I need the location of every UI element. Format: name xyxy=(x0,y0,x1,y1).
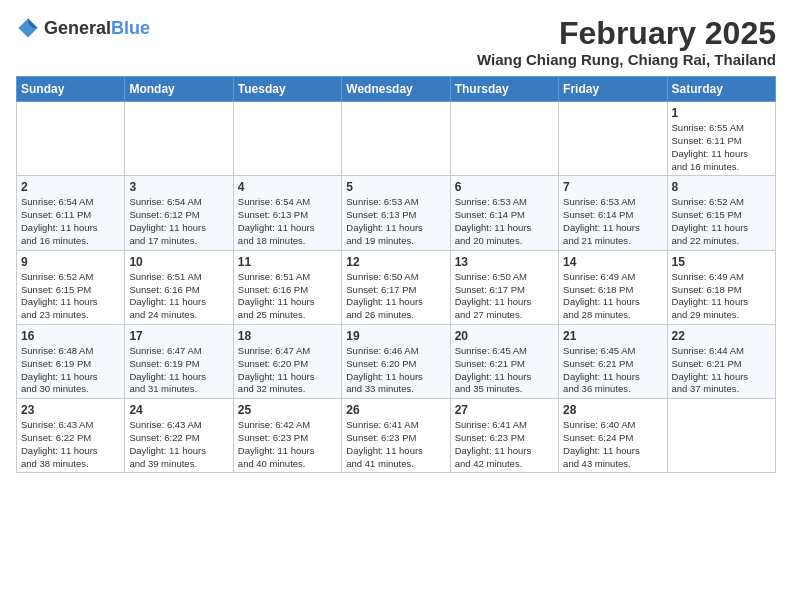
day-info: Sunrise: 6:41 AM Sunset: 6:23 PM Dayligh… xyxy=(346,419,445,470)
day-number: 20 xyxy=(455,329,554,343)
calendar-cell: 2Sunrise: 6:54 AM Sunset: 6:11 PM Daylig… xyxy=(17,176,125,250)
day-number: 7 xyxy=(563,180,662,194)
page-header: GeneralBlue February 2025 Wiang Chiang R… xyxy=(16,16,776,68)
calendar-cell xyxy=(559,102,667,176)
calendar-cell: 11Sunrise: 6:51 AM Sunset: 6:16 PM Dayli… xyxy=(233,250,341,324)
calendar-cell: 9Sunrise: 6:52 AM Sunset: 6:15 PM Daylig… xyxy=(17,250,125,324)
calendar-week-row: 16Sunrise: 6:48 AM Sunset: 6:19 PM Dayli… xyxy=(17,324,776,398)
day-number: 22 xyxy=(672,329,771,343)
day-number: 19 xyxy=(346,329,445,343)
day-number: 10 xyxy=(129,255,228,269)
calendar-cell: 14Sunrise: 6:49 AM Sunset: 6:18 PM Dayli… xyxy=(559,250,667,324)
day-info: Sunrise: 6:46 AM Sunset: 6:20 PM Dayligh… xyxy=(346,345,445,396)
calendar-cell: 15Sunrise: 6:49 AM Sunset: 6:18 PM Dayli… xyxy=(667,250,775,324)
col-tuesday: Tuesday xyxy=(233,77,341,102)
calendar-cell: 25Sunrise: 6:42 AM Sunset: 6:23 PM Dayli… xyxy=(233,399,341,473)
day-number: 11 xyxy=(238,255,337,269)
col-monday: Monday xyxy=(125,77,233,102)
day-info: Sunrise: 6:53 AM Sunset: 6:14 PM Dayligh… xyxy=(563,196,662,247)
calendar-header-row: Sunday Monday Tuesday Wednesday Thursday… xyxy=(17,77,776,102)
day-info: Sunrise: 6:50 AM Sunset: 6:17 PM Dayligh… xyxy=(346,271,445,322)
calendar-cell: 4Sunrise: 6:54 AM Sunset: 6:13 PM Daylig… xyxy=(233,176,341,250)
day-number: 12 xyxy=(346,255,445,269)
day-info: Sunrise: 6:47 AM Sunset: 6:19 PM Dayligh… xyxy=(129,345,228,396)
day-number: 25 xyxy=(238,403,337,417)
day-number: 28 xyxy=(563,403,662,417)
calendar-cell: 27Sunrise: 6:41 AM Sunset: 6:23 PM Dayli… xyxy=(450,399,558,473)
location-title: Wiang Chiang Rung, Chiang Rai, Thailand xyxy=(477,51,776,68)
calendar-cell: 6Sunrise: 6:53 AM Sunset: 6:14 PM Daylig… xyxy=(450,176,558,250)
calendar-week-row: 23Sunrise: 6:43 AM Sunset: 6:22 PM Dayli… xyxy=(17,399,776,473)
day-number: 6 xyxy=(455,180,554,194)
day-info: Sunrise: 6:44 AM Sunset: 6:21 PM Dayligh… xyxy=(672,345,771,396)
calendar-cell: 21Sunrise: 6:45 AM Sunset: 6:21 PM Dayli… xyxy=(559,324,667,398)
calendar-cell: 12Sunrise: 6:50 AM Sunset: 6:17 PM Dayli… xyxy=(342,250,450,324)
calendar-cell xyxy=(342,102,450,176)
day-number: 16 xyxy=(21,329,120,343)
calendar-week-row: 9Sunrise: 6:52 AM Sunset: 6:15 PM Daylig… xyxy=(17,250,776,324)
day-number: 13 xyxy=(455,255,554,269)
calendar-cell: 1Sunrise: 6:55 AM Sunset: 6:11 PM Daylig… xyxy=(667,102,775,176)
day-info: Sunrise: 6:49 AM Sunset: 6:18 PM Dayligh… xyxy=(563,271,662,322)
day-info: Sunrise: 6:40 AM Sunset: 6:24 PM Dayligh… xyxy=(563,419,662,470)
calendar-cell: 17Sunrise: 6:47 AM Sunset: 6:19 PM Dayli… xyxy=(125,324,233,398)
calendar-cell: 10Sunrise: 6:51 AM Sunset: 6:16 PM Dayli… xyxy=(125,250,233,324)
calendar-cell: 16Sunrise: 6:48 AM Sunset: 6:19 PM Dayli… xyxy=(17,324,125,398)
calendar-cell: 8Sunrise: 6:52 AM Sunset: 6:15 PM Daylig… xyxy=(667,176,775,250)
day-number: 2 xyxy=(21,180,120,194)
calendar-week-row: 2Sunrise: 6:54 AM Sunset: 6:11 PM Daylig… xyxy=(17,176,776,250)
day-info: Sunrise: 6:51 AM Sunset: 6:16 PM Dayligh… xyxy=(238,271,337,322)
calendar-cell: 3Sunrise: 6:54 AM Sunset: 6:12 PM Daylig… xyxy=(125,176,233,250)
calendar-cell xyxy=(667,399,775,473)
day-info: Sunrise: 6:52 AM Sunset: 6:15 PM Dayligh… xyxy=(21,271,120,322)
calendar-cell: 24Sunrise: 6:43 AM Sunset: 6:22 PM Dayli… xyxy=(125,399,233,473)
calendar-cell xyxy=(450,102,558,176)
calendar-cell: 7Sunrise: 6:53 AM Sunset: 6:14 PM Daylig… xyxy=(559,176,667,250)
col-friday: Friday xyxy=(559,77,667,102)
day-info: Sunrise: 6:54 AM Sunset: 6:11 PM Dayligh… xyxy=(21,196,120,247)
calendar-week-row: 1Sunrise: 6:55 AM Sunset: 6:11 PM Daylig… xyxy=(17,102,776,176)
day-info: Sunrise: 6:45 AM Sunset: 6:21 PM Dayligh… xyxy=(455,345,554,396)
day-info: Sunrise: 6:51 AM Sunset: 6:16 PM Dayligh… xyxy=(129,271,228,322)
day-info: Sunrise: 6:48 AM Sunset: 6:19 PM Dayligh… xyxy=(21,345,120,396)
day-number: 5 xyxy=(346,180,445,194)
day-number: 15 xyxy=(672,255,771,269)
day-info: Sunrise: 6:42 AM Sunset: 6:23 PM Dayligh… xyxy=(238,419,337,470)
day-info: Sunrise: 6:53 AM Sunset: 6:13 PM Dayligh… xyxy=(346,196,445,247)
col-thursday: Thursday xyxy=(450,77,558,102)
day-number: 3 xyxy=(129,180,228,194)
calendar-cell: 5Sunrise: 6:53 AM Sunset: 6:13 PM Daylig… xyxy=(342,176,450,250)
col-wednesday: Wednesday xyxy=(342,77,450,102)
logo-general-text: GeneralBlue xyxy=(44,19,150,38)
day-number: 9 xyxy=(21,255,120,269)
calendar-cell: 22Sunrise: 6:44 AM Sunset: 6:21 PM Dayli… xyxy=(667,324,775,398)
calendar-cell: 18Sunrise: 6:47 AM Sunset: 6:20 PM Dayli… xyxy=(233,324,341,398)
calendar-cell: 28Sunrise: 6:40 AM Sunset: 6:24 PM Dayli… xyxy=(559,399,667,473)
day-number: 21 xyxy=(563,329,662,343)
day-number: 14 xyxy=(563,255,662,269)
day-number: 26 xyxy=(346,403,445,417)
day-info: Sunrise: 6:47 AM Sunset: 6:20 PM Dayligh… xyxy=(238,345,337,396)
col-sunday: Sunday xyxy=(17,77,125,102)
calendar-cell xyxy=(17,102,125,176)
calendar-cell: 26Sunrise: 6:41 AM Sunset: 6:23 PM Dayli… xyxy=(342,399,450,473)
day-number: 4 xyxy=(238,180,337,194)
day-number: 27 xyxy=(455,403,554,417)
month-title: February 2025 xyxy=(477,16,776,51)
col-saturday: Saturday xyxy=(667,77,775,102)
day-info: Sunrise: 6:41 AM Sunset: 6:23 PM Dayligh… xyxy=(455,419,554,470)
calendar-cell: 19Sunrise: 6:46 AM Sunset: 6:20 PM Dayli… xyxy=(342,324,450,398)
day-info: Sunrise: 6:53 AM Sunset: 6:14 PM Dayligh… xyxy=(455,196,554,247)
logo: GeneralBlue xyxy=(16,16,150,40)
calendar-cell xyxy=(233,102,341,176)
day-info: Sunrise: 6:54 AM Sunset: 6:13 PM Dayligh… xyxy=(238,196,337,247)
calendar-cell xyxy=(125,102,233,176)
logo-icon xyxy=(16,16,40,40)
day-info: Sunrise: 6:45 AM Sunset: 6:21 PM Dayligh… xyxy=(563,345,662,396)
day-info: Sunrise: 6:54 AM Sunset: 6:12 PM Dayligh… xyxy=(129,196,228,247)
title-block: February 2025 Wiang Chiang Rung, Chiang … xyxy=(477,16,776,68)
calendar-cell: 23Sunrise: 6:43 AM Sunset: 6:22 PM Dayli… xyxy=(17,399,125,473)
calendar-table: Sunday Monday Tuesday Wednesday Thursday… xyxy=(16,76,776,473)
day-number: 1 xyxy=(672,106,771,120)
day-number: 17 xyxy=(129,329,228,343)
